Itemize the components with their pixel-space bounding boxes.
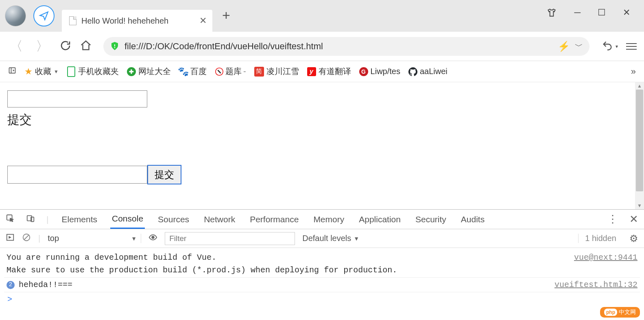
- bookmark-sites[interactable]: ✚ 网址大全: [127, 66, 171, 77]
- scroll-down-icon[interactable]: ▼: [635, 203, 644, 208]
- devtools-close-icon[interactable]: ✕: [629, 213, 638, 226]
- minimize-button[interactable]: ─: [574, 7, 581, 18]
- tab-memory[interactable]: Memory: [312, 210, 346, 229]
- profile-avatar[interactable]: [5, 5, 26, 26]
- new-tab-button[interactable]: +: [222, 7, 230, 25]
- scrollbar-thumb[interactable]: [636, 90, 643, 191]
- tab-audits[interactable]: Audits: [459, 210, 486, 229]
- maximize-button[interactable]: ☐: [598, 7, 606, 18]
- send-icon[interactable]: [33, 5, 55, 26]
- forward-button[interactable]: 〉: [33, 37, 51, 55]
- message-source-link[interactable]: vue@next:9441: [574, 251, 637, 276]
- bookmark-liwp[interactable]: G Liwp/tes: [359, 67, 400, 76]
- bookmark-label: 题库: [225, 66, 242, 77]
- devtools-menu-icon[interactable]: ⋮: [607, 213, 618, 226]
- console-prompt[interactable]: >: [4, 292, 640, 307]
- console-message: You are running a development build of V…: [4, 250, 640, 277]
- close-window-button[interactable]: ✕: [623, 7, 630, 18]
- filter-input[interactable]: [165, 232, 295, 245]
- console-sidebar-icon[interactable]: [6, 233, 15, 244]
- bookmark-label: 有道翻译: [319, 66, 351, 77]
- settings-icon[interactable]: ⚙: [629, 233, 638, 244]
- sidebar-toggle-icon[interactable]: [8, 66, 16, 77]
- baidu-icon: 🐾: [179, 67, 188, 76]
- context-selector[interactable]: top ▼: [48, 234, 141, 243]
- star-icon: ★: [24, 66, 33, 77]
- tab-console[interactable]: Console: [110, 210, 145, 229]
- reload-button[interactable]: [59, 39, 72, 53]
- watermark: php 中文网: [600, 307, 640, 318]
- browser-window: Hello World! heheheheh ✕ + ─ ☐ ✕ 〈 〉 fil…: [0, 0, 644, 320]
- home-button[interactable]: [80, 39, 92, 53]
- device-toggle-icon[interactable]: [26, 214, 35, 225]
- tab-elements[interactable]: Elements: [60, 210, 99, 229]
- inspect-icon[interactable]: [6, 214, 15, 225]
- scroll-up-icon[interactable]: ▲: [635, 83, 644, 89]
- submit-text: 提交: [7, 112, 637, 128]
- bookmark-label: aaLiwei: [420, 67, 448, 76]
- bookmark-aaliwei[interactable]: aaLiwei: [408, 67, 448, 76]
- text-input-2[interactable]: [7, 166, 147, 184]
- url-input[interactable]: file:///D:/OK/Code/frontEnd/vueHello/vue…: [103, 37, 589, 56]
- hidden-messages[interactable]: 1 hidden: [578, 234, 616, 243]
- url-text: file:///D:/OK/Code/frontEnd/vueHello/vue…: [124, 41, 323, 52]
- tab-security[interactable]: Security: [414, 210, 448, 229]
- levels-label: Default levels: [302, 234, 351, 243]
- watermark-label: php: [604, 309, 617, 316]
- youdao-icon: y: [307, 67, 316, 76]
- browser-tab[interactable]: Hello World! heheheheh ✕: [62, 10, 212, 32]
- back-button[interactable]: 〈: [7, 37, 25, 55]
- console-output: You are running a development build of V…: [0, 248, 644, 320]
- phone-icon: [67, 66, 75, 77]
- bookmark-overflow[interactable]: »: [631, 66, 636, 77]
- menu-button[interactable]: [626, 43, 637, 50]
- bookmark-label: 收藏: [35, 66, 51, 77]
- address-bar: 〈 〉 file:///D:/OK/Code/frontEnd/vueHello…: [0, 32, 644, 61]
- bookmark-label: Liwp/tes: [371, 67, 400, 76]
- message-text: Make sure to use the production build (*…: [7, 265, 397, 275]
- tab-application[interactable]: Application: [357, 210, 402, 229]
- bookmark-mobile[interactable]: 手机收藏夹: [67, 66, 119, 77]
- bolt-icon[interactable]: ⚡: [558, 41, 570, 52]
- text-input-1[interactable]: [7, 90, 147, 107]
- close-tab-icon[interactable]: ✕: [199, 15, 207, 26]
- globe-icon: ✚: [127, 67, 136, 76]
- undo-button[interactable]: [602, 40, 613, 53]
- console-toolbar: | top ▼ Default levels ▼ 1 hidden ⚙: [0, 229, 644, 248]
- tab-performance[interactable]: Performance: [248, 210, 300, 229]
- bookmark-label: 网址大全: [138, 66, 171, 77]
- bookmark-favorites[interactable]: ★ 收藏 ▼: [24, 66, 59, 77]
- bookmark-label: 百度: [190, 66, 207, 77]
- vertical-scrollbar[interactable]: ▲ ▼: [635, 82, 644, 209]
- clear-console-icon[interactable]: [22, 233, 31, 244]
- submit-button[interactable]: 提交: [147, 165, 181, 184]
- window-controls: ─ ☐ ✕: [533, 0, 644, 25]
- bookmarks-bar: ★ 收藏 ▼ 手机收藏夹 ✚ 网址大全 🐾 百度 题库 - 简 凌川江雪: [0, 61, 644, 82]
- jian-icon: 简: [254, 67, 264, 77]
- bookmark-lingchuan[interactable]: 简 凌川江雪: [254, 66, 299, 77]
- svg-point-0: [114, 47, 116, 48]
- log-levels-selector[interactable]: Default levels ▼: [302, 234, 359, 243]
- titlebar: Hello World! heheheheh ✕ + ─ ☐ ✕: [0, 0, 644, 32]
- watermark-label: 中文网: [619, 308, 636, 317]
- bookmark-tiku[interactable]: 题库 -: [215, 66, 246, 77]
- bookmark-label: -: [243, 67, 246, 76]
- dropdown-icon: ▼: [54, 69, 59, 75]
- tab-sources[interactable]: Sources: [156, 210, 191, 229]
- bookmark-youdao[interactable]: y 有道翻译: [307, 66, 351, 77]
- repeat-count-badge: 2: [7, 281, 15, 289]
- gitee-icon: G: [359, 67, 368, 76]
- chevron-down-icon[interactable]: ﹀: [575, 41, 583, 52]
- devtools-tabs: | Elements Console Sources Network Perfo…: [0, 210, 644, 229]
- tab-network[interactable]: Network: [202, 210, 237, 229]
- bookmark-label: 凌川江雪: [266, 66, 299, 77]
- bookmark-baidu[interactable]: 🐾 百度: [179, 66, 207, 77]
- tshirt-icon[interactable]: [546, 7, 557, 16]
- svg-point-8: [152, 236, 154, 239]
- devtools-panel: | Elements Console Sources Network Perfo…: [0, 209, 644, 320]
- live-expression-icon[interactable]: [148, 233, 157, 244]
- page-content: 提交 提交: [0, 82, 644, 193]
- context-label: top: [48, 234, 59, 243]
- page-icon: [69, 16, 76, 25]
- message-source-link[interactable]: vueiftest.html:32: [554, 278, 637, 291]
